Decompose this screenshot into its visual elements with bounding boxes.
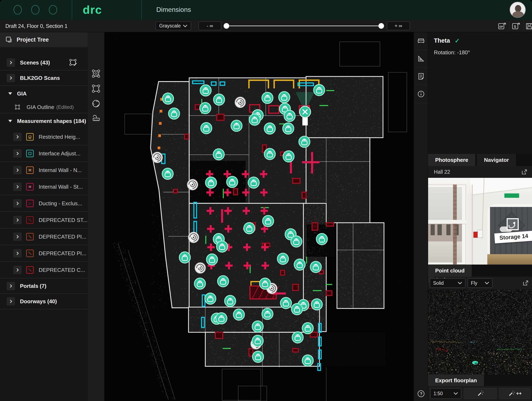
set-square-icon[interactable]: [414, 50, 428, 68]
tree-row-deprecated-st[interactable]: DEPRECATED ST...: [0, 212, 88, 229]
chevron-right-icon[interactable]: [13, 133, 22, 141]
photosphere-marker[interactable]: [249, 114, 260, 125]
tree-row-internal-wall-st[interactable]: Internal Wall - St...: [0, 179, 88, 195]
selected-photosphere-marker[interactable]: [299, 106, 310, 117]
photosphere-marker[interactable]: [283, 123, 294, 134]
photosphere-marker[interactable]: [299, 136, 310, 148]
open-external-icon[interactable]: [522, 280, 529, 286]
tree-row-deprecated-pi[interactable]: DEPRECATED PI...: [0, 229, 88, 245]
slider-handle-max[interactable]: [378, 23, 384, 29]
caret-down-icon[interactable]: [8, 92, 12, 95]
photosphere-marker[interactable]: [162, 168, 173, 179]
photosphere-marker-icon[interactable]: [507, 218, 519, 230]
polygon-edit-icon[interactable]: [69, 58, 78, 67]
auto-detect-plus-button[interactable]: ++: [499, 388, 530, 399]
measure-tape-tool-icon[interactable]: [91, 114, 101, 123]
polygon-tool-icon[interactable]: [91, 84, 101, 93]
photosphere-marker[interactable]: [169, 108, 180, 119]
tree-row-deprecated-c[interactable]: DEPRECATED C...: [0, 262, 88, 278]
tree-row-gia[interactable]: GIA: [0, 86, 88, 101]
chevron-right-icon[interactable]: [7, 297, 15, 305]
slider-handle-min[interactable]: [224, 23, 229, 29]
photosphere-marker[interactable]: [206, 177, 216, 188]
chevron-right-icon[interactable]: [13, 233, 22, 241]
photosphere-marker[interactable]: [179, 252, 190, 263]
export-s-button[interactable]: S: [512, 22, 520, 31]
photosphere-marker[interactable]: [248, 177, 259, 188]
range-max-button[interactable]: + ∞: [387, 21, 410, 30]
photosphere-marker[interactable]: [262, 308, 273, 319]
chevron-right-icon[interactable]: [13, 216, 22, 224]
photosphere-marker[interactable]: [216, 313, 227, 324]
save-button[interactable]: [525, 22, 532, 31]
photosphere-marker[interactable]: [302, 323, 313, 334]
photosphere-marker[interactable]: [262, 92, 273, 103]
chevron-right-icon[interactable]: [13, 149, 22, 158]
photosphere-marker[interactable]: [253, 351, 264, 362]
tree-row-gia-outline[interactable]: GIA Outline(Edited): [0, 101, 88, 113]
photosphere-marker[interactable]: [291, 304, 302, 315]
photosphere-marker[interactable]: [252, 321, 263, 332]
tree-row-portals-7[interactable]: Portals (7): [0, 278, 88, 294]
photosphere-marker[interactable]: [213, 149, 224, 160]
photosphere-marker[interactable]: [207, 254, 218, 265]
chevron-right-icon[interactable]: [13, 266, 22, 274]
window-control-icon[interactable]: [13, 5, 22, 14]
photosphere-marker[interactable]: [292, 332, 303, 343]
photosphere-marker[interactable]: [264, 123, 275, 134]
photosphere-marker[interactable]: [291, 236, 302, 247]
notes-icon[interactable]: [414, 68, 428, 85]
photosphere-marker[interactable]: [262, 215, 273, 227]
photosphere-marker[interactable]: [264, 149, 275, 160]
photosphere-marker[interactable]: [252, 335, 263, 347]
photosphere-tool-icon[interactable]: [91, 99, 101, 108]
furniture-icon[interactable]: [414, 32, 428, 50]
chevron-right-icon[interactable]: [13, 249, 22, 258]
photosphere-marker[interactable]: [260, 278, 271, 289]
photosphere-marker[interactable]: [294, 259, 305, 270]
tree-row-deprecated-pi[interactable]: DEPRECATED PI...: [0, 245, 88, 262]
area-shape-tool-icon[interactable]: [91, 69, 101, 78]
auto-detect-button[interactable]: [464, 388, 497, 399]
chevron-right-icon[interactable]: [13, 199, 22, 207]
chevron-right-icon[interactable]: [13, 166, 22, 174]
project-tree-header[interactable]: Project Tree: [0, 32, 88, 47]
tab-navigator[interactable]: Navigator: [477, 154, 516, 166]
photosphere-marker[interactable]: [163, 93, 173, 104]
window-control-icon[interactable]: [31, 5, 39, 14]
photosphere-marker[interactable]: [201, 123, 212, 134]
photosphere-marker[interactable]: [233, 309, 244, 320]
photosphere-marker[interactable]: [278, 253, 288, 264]
chevron-right-icon[interactable]: [13, 183, 22, 191]
pointcloud-preview[interactable]: [428, 290, 532, 374]
photosphere-marker[interactable]: [310, 261, 321, 273]
pointcloud-nav-select[interactable]: Fly: [468, 278, 493, 288]
photosphere-marker[interactable]: [311, 299, 322, 310]
photosphere-marker[interactable]: [302, 355, 313, 366]
tree-row-internal-wall-n[interactable]: Internal Wall - N...: [0, 162, 88, 179]
floorplan-canvas[interactable]: [105, 32, 413, 401]
tab-photosphere[interactable]: Photosphere: [428, 154, 475, 166]
range-slider[interactable]: [225, 26, 383, 26]
photosphere-marker[interactable]: [205, 293, 216, 304]
chevron-right-icon[interactable]: [7, 58, 15, 67]
photosphere-marker[interactable]: [227, 176, 238, 188]
caret-down-icon[interactable]: [8, 120, 12, 122]
photosphere-marker[interactable]: [213, 94, 224, 105]
photosphere-marker[interactable]: [316, 233, 327, 245]
photosphere-marker[interactable]: [194, 278, 205, 289]
photosphere-marker[interactable]: [280, 298, 291, 309]
photosphere-preview[interactable]: Storage 14: [428, 178, 532, 265]
open-external-icon[interactable]: [521, 169, 527, 175]
photosphere-marker[interactable]: [200, 85, 211, 96]
tree-row-measurement-shapes-184[interactable]: Measurement shapes (184): [0, 113, 88, 129]
tree-row-interface-adjust[interactable]: Interface Adjust...: [0, 145, 88, 162]
photosphere-marker[interactable]: [231, 120, 242, 131]
window-control-icon[interactable]: [49, 5, 57, 14]
tree-row-blk2go-scans[interactable]: BLK2GO Scans: [0, 71, 88, 86]
pointcloud-style-select[interactable]: Solid: [430, 278, 466, 288]
photosphere-marker[interactable]: [314, 84, 325, 96]
photosphere-marker[interactable]: [216, 241, 228, 252]
photosphere-marker[interactable]: [279, 91, 290, 103]
photosphere-marker[interactable]: [283, 151, 294, 162]
